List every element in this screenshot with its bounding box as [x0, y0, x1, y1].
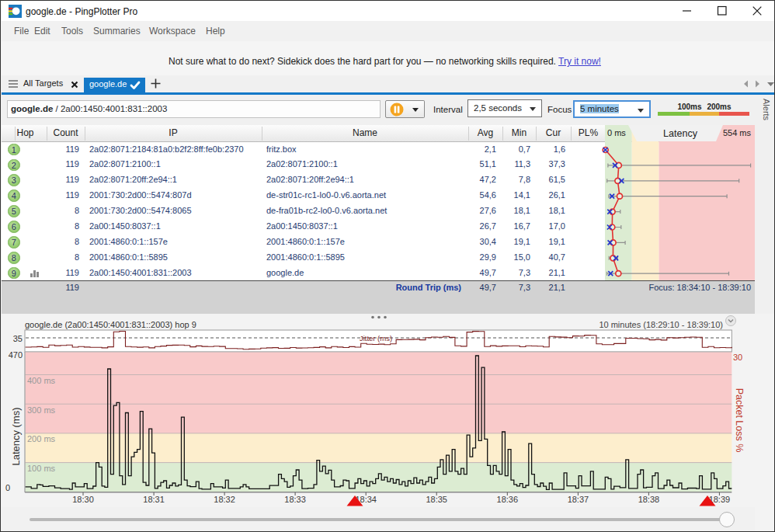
svg-text:100 ms: 100 ms — [27, 464, 56, 473]
svg-text:18:33: 18:33 — [284, 495, 306, 504]
svg-text:18:38: 18:38 — [638, 495, 660, 504]
svg-text:10 minutes (18:29:10 - 18:39:1: 10 minutes (18:29:10 - 18:39:10) — [599, 320, 723, 329]
svg-text:18:31: 18:31 — [143, 495, 165, 504]
svg-text:400 ms: 400 ms — [27, 376, 56, 385]
svg-text:200 ms: 200 ms — [27, 434, 56, 443]
svg-text:470: 470 — [9, 350, 23, 360]
svg-text:Jitter (ms): Jitter (ms) — [360, 334, 392, 342]
svg-text:200ms: 200ms — [707, 103, 732, 111]
svg-text:google.de (2a00:1450:4001:831:: google.de (2a00:1450:4001:831::2003) hop… — [25, 320, 196, 329]
svg-text:Packet Loss %: Packet Loss % — [734, 388, 745, 453]
svg-text:18:36: 18:36 — [497, 495, 519, 504]
svg-text:35: 35 — [13, 334, 23, 343]
svg-text:18:32: 18:32 — [214, 495, 235, 504]
svg-text:100ms: 100ms — [677, 103, 702, 111]
svg-text:18:37: 18:37 — [568, 495, 589, 504]
svg-text:0: 0 — [5, 483, 10, 492]
svg-text:18:35: 18:35 — [426, 495, 447, 504]
svg-text:18:30: 18:30 — [72, 495, 94, 504]
svg-text:Latency (ms): Latency (ms) — [10, 407, 22, 465]
svg-text:30: 30 — [733, 353, 742, 362]
svg-text:300 ms: 300 ms — [27, 405, 56, 415]
